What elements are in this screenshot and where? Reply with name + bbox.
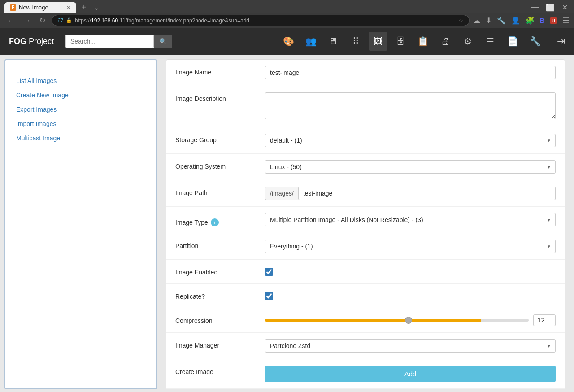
back-button[interactable]: ← bbox=[4, 16, 17, 26]
image-manager-row: Image Manager Partclone Zstd bbox=[166, 333, 565, 359]
account-icon[interactable]: 👤 bbox=[511, 16, 520, 25]
compression-row: Compression bbox=[166, 308, 565, 333]
storage-group-select[interactable]: default - (1) bbox=[265, 134, 556, 147]
image-type-label-with-icon: Image Type i bbox=[175, 216, 265, 226]
operating-system-label: Operating System bbox=[175, 160, 265, 170]
image-type-select-wrapper: Multiple Partition Image - All Disks (No… bbox=[265, 213, 556, 226]
sidebar-item-list-images[interactable]: List All Images bbox=[5, 74, 156, 88]
image-name-input-area bbox=[265, 66, 556, 79]
content-area: Image Name Image Description Storage Gro… bbox=[157, 55, 574, 392]
compression-slider[interactable] bbox=[265, 319, 529, 322]
image-manager-select[interactable]: Partclone Zstd bbox=[265, 339, 556, 353]
image-description-input-area bbox=[265, 92, 556, 121]
address-bar[interactable]: 🛡 🔒 https://192.168.60.11/fog/management… bbox=[52, 15, 470, 26]
export-images-link[interactable]: Export Images bbox=[16, 106, 57, 113]
image-description-textarea[interactable] bbox=[265, 92, 556, 119]
storage-group-label: Storage Group bbox=[175, 134, 265, 144]
import-images-link[interactable]: Import Images bbox=[16, 120, 56, 127]
sidebar-item-multicast-image[interactable]: Multicast Image bbox=[5, 131, 156, 145]
image-type-row: Image Type i Multiple Partition Image - … bbox=[166, 207, 565, 233]
partition-select[interactable]: Everything - (1) bbox=[265, 240, 556, 253]
bookmark-icon[interactable]: ☆ bbox=[458, 17, 464, 24]
reload-button[interactable]: ↻ bbox=[37, 15, 48, 26]
nav-network-icon[interactable]: ⠿ bbox=[346, 32, 365, 51]
extensions-icon[interactable]: 🧩 bbox=[526, 16, 535, 25]
sidebar-item-create-image[interactable]: Create New Image bbox=[5, 88, 156, 102]
nav-computer-icon[interactable]: 🖥 bbox=[324, 32, 343, 51]
nav-list-icon[interactable]: ☰ bbox=[481, 32, 500, 51]
form-card: Image Name Image Description Storage Gro… bbox=[166, 59, 565, 389]
nav-users-icon[interactable]: 👥 bbox=[301, 32, 320, 51]
extra-icon[interactable]: U bbox=[550, 17, 557, 24]
nav-gear-icon[interactable]: ⚙ bbox=[458, 32, 477, 51]
image-enabled-checkbox[interactable] bbox=[265, 268, 273, 276]
image-enabled-row: Image Enabled bbox=[166, 260, 565, 284]
replicate-label: Replicate? bbox=[175, 290, 265, 300]
nav-storage-icon[interactable]: 🗄 bbox=[391, 32, 410, 51]
shield-icon[interactable]: B bbox=[540, 17, 544, 24]
main-layout: List All Images Create New Image Export … bbox=[0, 55, 574, 392]
image-description-label: Image Description bbox=[175, 92, 265, 102]
nav-file-icon[interactable]: 📄 bbox=[503, 32, 522, 51]
browser-action-icons: ☁ ⬇ 🔧 👤 🧩 B U ☰ bbox=[473, 16, 570, 26]
browser-controls: ← → ↻ 🛡 🔒 https://192.168.60.11/fog/mana… bbox=[0, 13, 574, 28]
app-logo: FOG Project bbox=[9, 37, 54, 46]
tab-list-button[interactable]: ⌄ bbox=[94, 4, 99, 11]
operating-system-select[interactable]: Linux - (50) bbox=[265, 160, 556, 174]
storage-group-row: Storage Group default - (1) bbox=[166, 127, 565, 154]
compression-value-input[interactable] bbox=[533, 314, 556, 326]
url-host: 192.168.60.11 bbox=[91, 17, 126, 24]
active-tab[interactable]: F New Image ✕ bbox=[4, 2, 76, 13]
image-path-label: Image Path bbox=[175, 187, 265, 196]
os-select-wrapper: Linux - (50) bbox=[265, 160, 556, 174]
storage-group-input-area: default - (1) bbox=[265, 134, 556, 147]
forward-button[interactable]: → bbox=[21, 16, 33, 26]
image-type-info-icon[interactable]: i bbox=[211, 218, 219, 226]
create-new-image-link[interactable]: Create New Image bbox=[16, 91, 69, 99]
image-path-row: Image Path /images/ bbox=[166, 180, 565, 207]
image-name-input[interactable] bbox=[265, 66, 556, 79]
list-all-images-link[interactable]: List All Images bbox=[16, 77, 57, 84]
replicate-row: Replicate? bbox=[166, 284, 565, 308]
nav-print-icon[interactable]: 🖨 bbox=[436, 32, 455, 51]
close-window-button[interactable]: ✕ bbox=[562, 3, 568, 12]
compression-input-area bbox=[265, 314, 556, 326]
replicate-checkbox[interactable] bbox=[265, 292, 273, 300]
add-button[interactable]: Add bbox=[265, 366, 556, 382]
nav-copy-icon[interactable]: 📋 bbox=[413, 32, 432, 51]
compression-controls bbox=[265, 314, 556, 326]
partition-label: Partition bbox=[175, 240, 265, 249]
create-image-row: Create Image Add bbox=[166, 359, 565, 389]
nav-palette-icon[interactable]: 🎨 bbox=[279, 32, 298, 51]
storage-group-select-wrapper: default - (1) bbox=[265, 134, 556, 147]
image-manager-input-area: Partclone Zstd bbox=[265, 339, 556, 353]
sidebar-menu: List All Images Create New Image Export … bbox=[5, 69, 156, 150]
image-name-row: Image Name bbox=[166, 60, 565, 86]
create-image-label: Create Image bbox=[175, 366, 265, 375]
image-type-select[interactable]: Multiple Partition Image - All Disks (No… bbox=[265, 213, 556, 226]
search-input[interactable] bbox=[65, 35, 154, 48]
image-path-input[interactable] bbox=[298, 187, 556, 200]
logout-icon[interactable]: ⇥ bbox=[557, 35, 565, 47]
tab-favicon: F bbox=[10, 4, 16, 11]
sidebar-item-export-images[interactable]: Export Images bbox=[5, 102, 156, 117]
minimize-button[interactable]: — bbox=[531, 3, 539, 12]
download-icon[interactable]: ⬇ bbox=[486, 16, 491, 25]
partition-row: Partition Everything - (1) bbox=[166, 233, 565, 260]
nav-image-icon[interactable]: 🖼 bbox=[369, 32, 387, 51]
sidebar-item-import-images[interactable]: Import Images bbox=[5, 117, 156, 131]
nav-wrench-icon[interactable]: 🔧 bbox=[526, 32, 544, 51]
multicast-image-link[interactable]: Multicast Image bbox=[16, 135, 60, 142]
replicate-input-area bbox=[265, 290, 556, 301]
menu-icon[interactable]: ☰ bbox=[562, 16, 570, 26]
image-name-label: Image Name bbox=[175, 66, 265, 76]
lock-icon: 🔒 bbox=[66, 17, 72, 23]
pocket-icon[interactable]: ☁ bbox=[473, 16, 480, 25]
search-button[interactable]: 🔍 bbox=[154, 35, 172, 48]
operating-system-row: Operating System Linux - (50) bbox=[166, 154, 565, 180]
partition-select-wrapper: Everything - (1) bbox=[265, 240, 556, 253]
tab-close-button[interactable]: ✕ bbox=[66, 4, 71, 11]
tools-icon[interactable]: 🔧 bbox=[497, 16, 506, 25]
restore-button[interactable]: ⬜ bbox=[546, 3, 555, 12]
new-tab-button[interactable]: + bbox=[78, 2, 90, 13]
